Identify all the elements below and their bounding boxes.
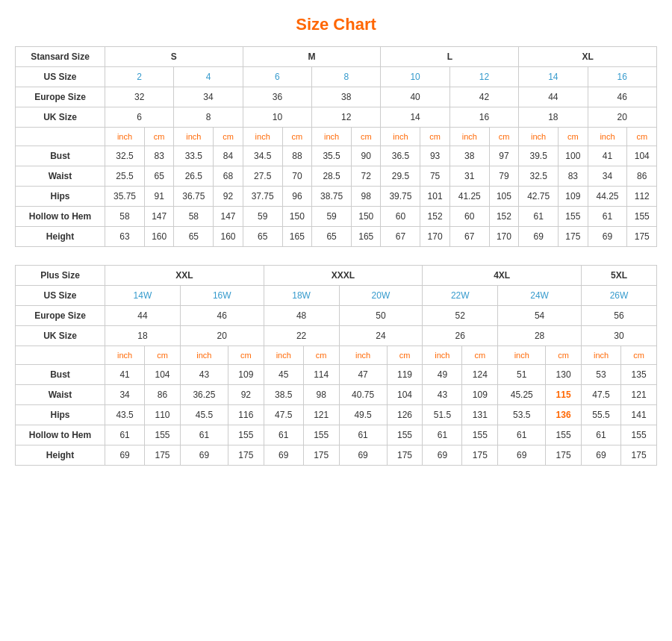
plus-bust-row: Bust 41 104 43 109 45 114 47 119 49 124 … (16, 365, 657, 385)
plus-us-2: 16W (180, 286, 264, 306)
std-inch-1: inch (105, 128, 145, 146)
uk-xl2: 20 (588, 107, 656, 128)
uk-l2: 16 (449, 107, 518, 128)
plus-inch-cm-spacer (16, 346, 105, 365)
std-cm-2: cm (214, 128, 243, 146)
uk-s1: 6 (105, 107, 174, 128)
std-inch-8: inch (588, 128, 627, 146)
h2h-13: 61 (519, 207, 559, 227)
phips-11: 53.5 (498, 405, 546, 425)
plus-eu-6: 54 (498, 306, 582, 326)
plus-inch-6: inch (498, 346, 546, 365)
waist-1: 25.5 (105, 166, 145, 187)
plus-hips-row: Hips 43.5 110 45.5 116 47.5 121 49.5 126… (16, 405, 657, 425)
bust-5: 34.5 (243, 146, 282, 166)
pheight-5: 69 (264, 445, 303, 466)
eu-m2: 38 (312, 87, 381, 107)
us-m2: 8 (312, 67, 381, 87)
bust-3: 33.5 (174, 146, 214, 166)
waist-2: 65 (144, 166, 173, 187)
pwaist-4: 92 (228, 385, 264, 405)
plus-uk-5: 26 (423, 326, 498, 346)
phips-5: 47.5 (264, 405, 303, 425)
plus-uk-1: 18 (105, 326, 181, 346)
height-12: 170 (489, 227, 518, 247)
height-6: 165 (282, 227, 311, 247)
phips-3: 45.5 (180, 405, 228, 425)
pwaist-6: 98 (303, 385, 339, 405)
plus-inch-2: inch (180, 346, 228, 365)
ph2h-7: 61 (339, 425, 387, 445)
pbust-5: 45 (264, 365, 303, 385)
pheight-11: 69 (498, 445, 546, 466)
height-2: 160 (144, 227, 173, 247)
bust-16: 104 (627, 146, 657, 166)
plus-hollow-row: Hollow to Hem 61 155 61 155 61 155 61 15… (16, 425, 657, 445)
plus-cm-2: cm (228, 346, 264, 365)
waist-5: 27.5 (243, 166, 282, 187)
h2h-5: 59 (243, 207, 282, 227)
ph2h-12: 155 (546, 425, 582, 445)
hips-8: 98 (352, 187, 381, 207)
pbust-1: 41 (105, 365, 145, 385)
plus-uk-4: 24 (339, 326, 423, 346)
h2h-15: 61 (588, 207, 627, 227)
us-l1: 10 (381, 67, 449, 87)
phips-6: 121 (303, 405, 339, 425)
eu-xl1: 44 (519, 87, 588, 107)
h2h-14: 155 (559, 207, 588, 227)
plus-us-5: 22W (423, 286, 498, 306)
waist-16: 86 (627, 166, 657, 187)
bust-6: 88 (282, 146, 311, 166)
pheight-8: 175 (387, 445, 423, 466)
h2h-10: 152 (420, 207, 449, 227)
waist-12: 79 (489, 166, 518, 187)
size-s-header: S (105, 47, 243, 67)
hips-4: 92 (214, 187, 243, 207)
waist-9: 29.5 (381, 166, 420, 187)
height-3: 65 (174, 227, 214, 247)
pwaist-2: 86 (145, 385, 181, 405)
us-size-label: US Size (16, 67, 105, 87)
pbust-14: 135 (621, 365, 657, 385)
h2h-2: 147 (144, 207, 173, 227)
ph2h-2: 155 (145, 425, 181, 445)
hips-12: 105 (489, 187, 518, 207)
inch-cm-spacer (16, 128, 105, 146)
std-cm-7: cm (559, 128, 588, 146)
hips-7: 38.75 (312, 187, 352, 207)
pheight-2: 175 (145, 445, 181, 466)
plus-us-4: 20W (339, 286, 423, 306)
pwaist-8: 104 (387, 385, 423, 405)
size-xxxl-header: XXXL (264, 266, 423, 286)
plus-hollow-label: Hollow to Hem (16, 425, 105, 445)
pheight-3: 69 (180, 445, 228, 466)
std-inch-5: inch (381, 128, 420, 146)
europe-size-label: Europe Size (16, 87, 105, 107)
std-cm-1: cm (144, 128, 173, 146)
std-inch-6: inch (449, 128, 489, 146)
pbust-9: 49 (423, 365, 462, 385)
hips-10: 101 (420, 187, 449, 207)
hips-row: Hips 35.75 91 36.75 92 37.75 96 38.75 98… (16, 187, 657, 207)
hollow-to-hem-row: Hollow to Hem 58 147 58 147 59 150 59 15… (16, 207, 657, 227)
std-cm-8: cm (627, 128, 657, 146)
bust-14: 100 (559, 146, 588, 166)
pbust-2: 104 (145, 365, 181, 385)
uk-l1: 14 (381, 107, 449, 128)
us-xl2: 16 (588, 67, 656, 87)
waist-10: 75 (420, 166, 449, 187)
pheight-13: 69 (581, 445, 620, 466)
height-9: 67 (381, 227, 420, 247)
std-cm-5: cm (420, 128, 449, 146)
hips-16: 112 (627, 187, 657, 207)
uk-xl1: 18 (519, 107, 588, 128)
waist-label: Waist (16, 166, 105, 187)
plus-uk-6: 28 (498, 326, 582, 346)
hips-9: 39.75 (381, 187, 420, 207)
ph2h-6: 155 (303, 425, 339, 445)
us-xl1: 14 (519, 67, 588, 87)
plus-cm-5: cm (462, 346, 498, 365)
height-8: 165 (352, 227, 381, 247)
height-15: 69 (588, 227, 627, 247)
